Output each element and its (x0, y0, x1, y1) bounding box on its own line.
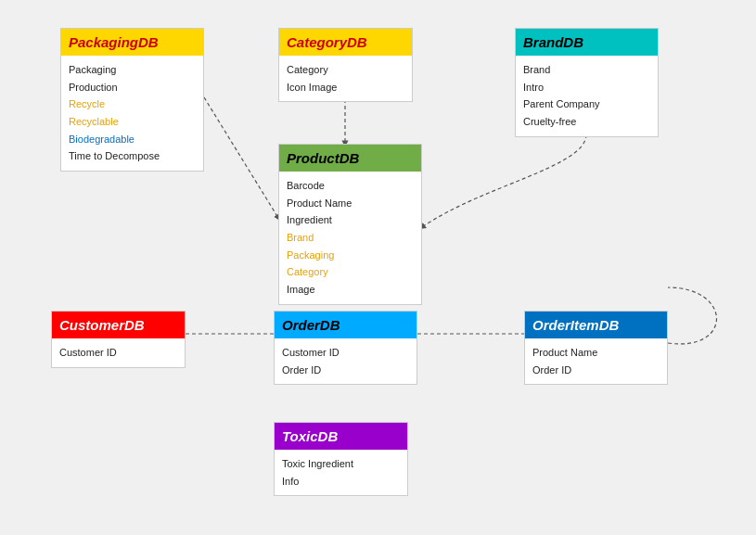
field-toxic-ingredient: Toxic Ingredient (282, 455, 400, 473)
field-packaging: Packaging (69, 61, 196, 79)
order-db-body: Customer ID Order ID (275, 338, 416, 384)
brand-db-header: BrandDB (516, 29, 658, 56)
order-db-box: OrderDB Customer ID Order ID (274, 311, 417, 385)
diagram-canvas: PackagingDB Packaging Production Recycle… (0, 0, 756, 535)
category-db-box: CategoryDB Category Icon Image (278, 28, 413, 102)
field-category: Category (287, 61, 404, 79)
field-brand: Brand (523, 61, 650, 79)
category-db-header: CategoryDB (279, 29, 412, 56)
field-customer-id: Customer ID (59, 344, 177, 362)
order-item-db-box: OrderItemDB Product Name Order ID (524, 311, 668, 385)
product-db-box: ProductDB Barcode Product Name Ingredien… (278, 144, 422, 305)
field-ingredient: Ingredient (287, 211, 414, 229)
toxic-db-header: ToxicDB (275, 423, 407, 450)
field-category-fk: Category (287, 263, 414, 281)
customer-db-header: CustomerDB (52, 312, 185, 338)
field-orderitem-product-name: Product Name (532, 344, 660, 362)
field-recycle: Recycle (69, 96, 196, 113)
customer-db-box: CustomerDB Customer ID (51, 311, 186, 368)
product-db-header: ProductDB (279, 145, 421, 172)
field-biodegradable: Biodegradable (69, 131, 196, 148)
field-orderitem-order-id: Order ID (532, 362, 660, 379)
field-production: Production (69, 79, 196, 96)
svg-line-0 (204, 97, 278, 218)
order-item-db-header: OrderItemDB (525, 312, 667, 338)
field-info: Info (282, 473, 400, 490)
order-item-db-body: Product Name Order ID (525, 338, 667, 384)
packaging-db-header: PackagingDB (61, 29, 203, 56)
toxic-db-box: ToxicDB Toxic Ingredient Info (274, 422, 408, 496)
customer-db-body: Customer ID (52, 338, 185, 367)
brand-db-box: BrandDB Brand Intro Parent Company Cruel… (515, 28, 659, 137)
field-barcode: Barcode (287, 177, 414, 195)
packaging-db-body: Packaging Production Recycle Recyclable … (61, 56, 203, 171)
field-product-name: Product Name (287, 195, 414, 212)
field-parent-company: Parent Company (523, 96, 650, 113)
field-icon-image: Icon Image (287, 79, 404, 96)
field-order-customer-id: Customer ID (282, 344, 409, 362)
field-brand-fk: Brand (287, 229, 414, 247)
field-time-decompose: Time to Decompose (69, 147, 196, 165)
toxic-db-body: Toxic Ingredient Info (275, 450, 407, 495)
field-recyclable: Recyclable (69, 113, 196, 131)
field-packaging-fk: Packaging (287, 247, 414, 264)
field-order-id: Order ID (282, 362, 409, 379)
packaging-db-box: PackagingDB Packaging Production Recycle… (60, 28, 204, 172)
order-db-header: OrderDB (275, 312, 416, 338)
field-cruelty-free: Cruelty-free (523, 113, 650, 131)
field-image: Image (287, 281, 414, 299)
field-intro: Intro (523, 79, 650, 96)
brand-db-body: Brand Intro Parent Company Cruelty-free (516, 56, 658, 136)
product-db-body: Barcode Product Name Ingredient Brand Pa… (279, 172, 421, 304)
category-db-body: Category Icon Image (279, 56, 412, 101)
